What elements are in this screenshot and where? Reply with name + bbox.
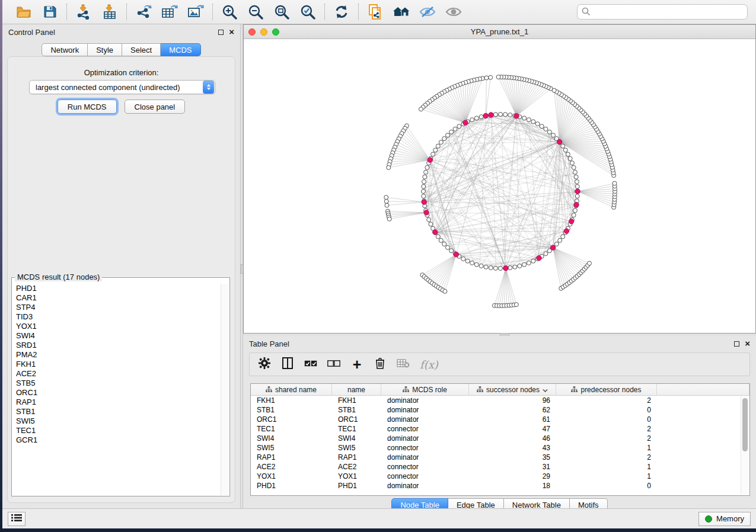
apply-layout-button[interactable] bbox=[331, 2, 352, 21]
zoom-fit-button[interactable] bbox=[272, 2, 292, 21]
table-row[interactable]: TEC1TEC1connector472 bbox=[251, 424, 749, 434]
cell-successor_nodes[interactable]: 62 bbox=[469, 405, 556, 415]
cell-successor_nodes[interactable]: 96 bbox=[469, 396, 556, 405]
table-row[interactable]: STB1STB1dominator620 bbox=[251, 405, 749, 415]
cell-name[interactable]: ORC1 bbox=[332, 415, 381, 424]
hide-selected-button[interactable] bbox=[417, 2, 438, 21]
export-table-button[interactable] bbox=[160, 2, 180, 21]
cell-successor_nodes[interactable]: 47 bbox=[469, 424, 556, 434]
zoom-in-button[interactable] bbox=[219, 2, 240, 21]
close-panel-button[interactable]: Close panel bbox=[125, 100, 186, 114]
column-header-shared-name[interactable]: shared name bbox=[251, 384, 332, 395]
cell-predecessor_nodes[interactable]: 2 bbox=[556, 434, 657, 443]
cell-successor_nodes[interactable]: 43 bbox=[469, 443, 556, 453]
cell-predecessor_nodes[interactable]: 0 bbox=[556, 481, 657, 491]
cell-predecessor_nodes[interactable]: 0 bbox=[556, 405, 657, 415]
cell-mcds_role[interactable]: dominator bbox=[381, 415, 469, 424]
cell-mcds_role[interactable]: connector bbox=[381, 472, 469, 481]
mcds-result-item[interactable]: PHD1 bbox=[12, 284, 221, 293]
table-row[interactable]: ORC1ORC1dominator610 bbox=[251, 415, 749, 424]
mcds-result-item[interactable]: FKH1 bbox=[12, 360, 221, 369]
tab-network[interactable]: Network bbox=[42, 43, 88, 56]
network-canvas[interactable] bbox=[244, 39, 755, 333]
delete-column-button[interactable] bbox=[374, 357, 387, 372]
export-image-button[interactable] bbox=[186, 2, 206, 21]
unselect-all-columns-button[interactable] bbox=[327, 357, 340, 372]
cell-successor_nodes[interactable]: 18 bbox=[469, 481, 556, 491]
cell-name[interactable]: FKH1 bbox=[332, 396, 381, 405]
column-header-name[interactable]: name bbox=[332, 384, 381, 395]
cell-shared_name[interactable]: RAP1 bbox=[251, 453, 332, 462]
mcds-result-item[interactable]: YOX1 bbox=[12, 322, 221, 331]
cell-successor_nodes[interactable]: 29 bbox=[469, 472, 556, 481]
tab-mcds[interactable]: MCDS bbox=[161, 43, 200, 56]
cell-name[interactable]: ACE2 bbox=[332, 462, 381, 472]
cell-successor_nodes[interactable]: 31 bbox=[469, 462, 556, 472]
mcds-result-item[interactable]: SWI5 bbox=[12, 416, 221, 426]
export-network-button[interactable] bbox=[133, 2, 154, 21]
cell-mcds_role[interactable]: dominator bbox=[381, 481, 469, 491]
cell-predecessor_nodes[interactable]: 1 bbox=[556, 462, 657, 472]
cell-predecessor_nodes[interactable]: 1 bbox=[556, 443, 657, 453]
cell-shared_name[interactable]: ORC1 bbox=[251, 415, 332, 424]
table-row[interactable]: YOX1YOX1connector291 bbox=[251, 472, 749, 481]
show-all-button[interactable] bbox=[444, 2, 464, 21]
cell-mcds_role[interactable]: dominator bbox=[381, 434, 469, 443]
cell-shared_name[interactable]: TEC1 bbox=[251, 424, 332, 434]
mcds-result-scrollbar[interactable] bbox=[221, 284, 229, 495]
float-panel-icon[interactable] bbox=[218, 30, 224, 35]
open-file-button[interactable] bbox=[14, 2, 34, 21]
cell-predecessor_nodes[interactable]: 0 bbox=[556, 415, 657, 424]
cell-shared_name[interactable]: STB1 bbox=[251, 405, 332, 415]
cell-predecessor_nodes[interactable]: 2 bbox=[556, 453, 657, 462]
tab-style[interactable]: Style bbox=[88, 43, 122, 56]
mcds-result-item[interactable]: CAR1 bbox=[12, 293, 221, 303]
cell-shared_name[interactable]: YOX1 bbox=[251, 472, 332, 481]
column-header-predecessor-nodes[interactable]: predecessor nodes bbox=[556, 384, 657, 395]
float-panel-icon[interactable] bbox=[734, 341, 739, 347]
table-row[interactable]: FKH1FKH1dominator962 bbox=[251, 396, 749, 405]
cell-shared_name[interactable]: SWI4 bbox=[251, 434, 332, 443]
import-network-button[interactable] bbox=[74, 2, 94, 21]
zoom-out-button[interactable] bbox=[245, 2, 266, 21]
mcds-result-list[interactable]: PHD1CAR1STP4TID3YOX1SWI4SRD1PMA2FKH1ACE2… bbox=[12, 284, 221, 495]
cell-mcds_role[interactable]: connector bbox=[381, 443, 469, 453]
close-panel-icon[interactable]: × bbox=[745, 341, 750, 347]
mcds-result-item[interactable]: ORC1 bbox=[12, 388, 221, 398]
cell-mcds_role[interactable]: connector bbox=[381, 424, 469, 434]
mcds-result-item[interactable]: GCR1 bbox=[12, 435, 221, 445]
run-mcds-button[interactable]: Run MCDS bbox=[58, 100, 117, 114]
first-neighbors-button[interactable] bbox=[391, 2, 412, 21]
cell-name[interactable]: SWI4 bbox=[332, 434, 381, 443]
column-header-MCDS-role[interactable]: MCDS role bbox=[381, 384, 469, 395]
cell-predecessor_nodes[interactable]: 2 bbox=[556, 424, 657, 434]
cell-predecessor_nodes[interactable]: 2 bbox=[556, 396, 657, 405]
cell-predecessor_nodes[interactable]: 1 bbox=[556, 472, 657, 481]
search-input[interactable] bbox=[577, 4, 748, 20]
cell-shared_name[interactable]: PHD1 bbox=[251, 481, 332, 491]
cell-name[interactable]: TEC1 bbox=[332, 424, 381, 434]
table-scrollbar[interactable] bbox=[741, 396, 749, 495]
cell-name[interactable]: YOX1 bbox=[332, 472, 381, 481]
mcds-result-item[interactable]: STB1 bbox=[12, 407, 221, 416]
show-column-button[interactable] bbox=[281, 357, 294, 372]
mcds-result-item[interactable]: RAP1 bbox=[12, 398, 221, 407]
select-all-columns-button[interactable] bbox=[304, 357, 317, 372]
cell-shared_name[interactable]: FKH1 bbox=[251, 396, 332, 405]
table-row[interactable]: PHD1PHD1dominator180 bbox=[251, 481, 749, 491]
cell-mcds_role[interactable]: dominator bbox=[381, 405, 469, 415]
import-table-button[interactable] bbox=[100, 2, 120, 21]
mcds-result-item[interactable]: TID3 bbox=[12, 312, 221, 322]
cell-mcds_role[interactable]: dominator bbox=[381, 396, 469, 405]
table-scrollbar-thumb[interactable] bbox=[742, 398, 748, 451]
task-history-button[interactable] bbox=[8, 512, 25, 526]
table-row[interactable]: SWI4SWI4dominator462 bbox=[251, 434, 749, 443]
optimization-criterion-dropdown[interactable]: largest connected component (undirected) bbox=[29, 80, 215, 94]
network-window-titlebar[interactable]: YPA_prune.txt_1 bbox=[244, 25, 755, 39]
table-settings-button[interactable] bbox=[258, 357, 271, 372]
cell-shared_name[interactable]: ACE2 bbox=[251, 462, 332, 472]
cell-name[interactable]: RAP1 bbox=[332, 453, 381, 462]
cell-mcds_role[interactable]: dominator bbox=[381, 453, 469, 462]
tab-select[interactable]: Select bbox=[122, 43, 161, 56]
mcds-result-item[interactable]: SRD1 bbox=[12, 341, 221, 350]
